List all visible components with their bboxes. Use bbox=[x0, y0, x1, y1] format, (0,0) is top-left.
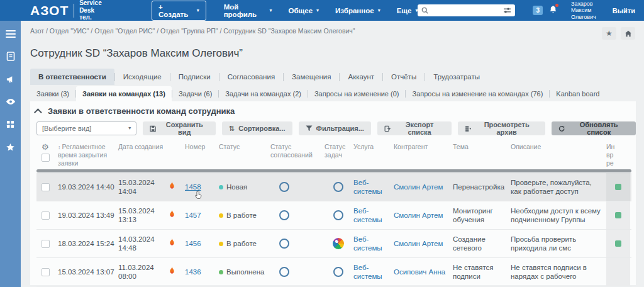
request-number-link[interactable]: 1457 bbox=[185, 211, 201, 219]
page-corner-buttons: ★ bbox=[602, 27, 635, 40]
col-number[interactable]: Номер bbox=[185, 143, 219, 151]
view-select[interactable]: [Выберите вид] ▾ bbox=[36, 121, 136, 135]
sort-button[interactable]: ⇅ Сортировка... bbox=[222, 121, 292, 135]
subtab-kanban-board[interactable]: Kanban board bbox=[550, 86, 606, 101]
azot-logo[interactable]: АЗОТ bbox=[30, 4, 69, 17]
subtab-requests[interactable]: Заявки (3) bbox=[30, 86, 75, 101]
status-dot bbox=[219, 213, 223, 218]
favorites-star-icon[interactable] bbox=[5, 142, 16, 152]
export-list-button[interactable]: Экспорт списка bbox=[377, 121, 452, 135]
topbar-menus: Мой профиль ▾ Общее ▾ Избранное ▾ Еще ▾ bbox=[224, 3, 418, 18]
announcements-icon[interactable] bbox=[5, 74, 16, 84]
tab-approvals[interactable]: Согласования bbox=[219, 69, 283, 85]
tasks-status-cell bbox=[325, 267, 353, 277]
tab-labor-costs[interactable]: Трудозатраты bbox=[425, 69, 488, 85]
filter-button[interactable]: Фильтрация... bbox=[299, 121, 371, 135]
deadline-cell: 15.03.2024 13:07 bbox=[58, 267, 118, 276]
subtab-team-tasks[interactable]: Задачи на командах (2) bbox=[219, 86, 308, 101]
gear-icon[interactable]: ⚙ bbox=[42, 143, 49, 151]
save-view-button[interactable]: Сохранить вид bbox=[143, 121, 216, 135]
eye-icon[interactable] bbox=[5, 96, 16, 107]
col-deadline[interactable]: ↕Регламентное время закрытия заявки bbox=[58, 143, 118, 168]
menu-common[interactable]: Общее ▾ bbox=[289, 3, 319, 18]
row-checkbox[interactable] bbox=[42, 211, 50, 220]
request-number-link[interactable]: 1436 bbox=[185, 268, 201, 276]
logout-button[interactable]: Выйти bbox=[613, 7, 635, 14]
hamburger-menu-icon[interactable] bbox=[5, 28, 16, 39]
col-indicator[interactable]: Ин вр ре bbox=[606, 143, 630, 167]
row-checkbox[interactable] bbox=[42, 183, 50, 191]
col-contractor[interactable]: Контрагент bbox=[394, 143, 453, 151]
notification-count-badge[interactable]: 3 bbox=[533, 6, 543, 15]
sort-arrows-icon[interactable]: ↕ bbox=[58, 144, 61, 150]
subtab-team-change-requests[interactable]: Запросы на изменение на командах (76) bbox=[406, 86, 549, 101]
status-dot bbox=[219, 270, 223, 274]
contractor-link[interactable]: Смолин Артем bbox=[394, 211, 453, 220]
status-dot bbox=[219, 185, 223, 189]
approvals-status-cell bbox=[270, 182, 325, 192]
search-filters-icon[interactable] bbox=[503, 7, 511, 14]
table-row[interactable]: 15.03.2024 13:07 11.03.2024 08:00 1436 В… bbox=[36, 258, 631, 286]
collapse-chevron-icon[interactable] bbox=[34, 108, 42, 116]
search-input[interactable] bbox=[431, 7, 501, 14]
menu-favorites[interactable]: Избранное ▾ bbox=[335, 3, 380, 18]
favorite-star-button[interactable]: ★ bbox=[602, 27, 616, 40]
subtab-tasks[interactable]: Задачи (6) bbox=[172, 86, 218, 101]
horizontal-scrollbar[interactable] bbox=[36, 169, 631, 172]
tasks-status-pie-icon bbox=[333, 238, 344, 249]
row-checkbox[interactable] bbox=[42, 240, 50, 248]
status-label: Выполнена bbox=[226, 267, 265, 276]
apps-grid-icon[interactable] bbox=[5, 119, 16, 130]
auto-refresh-button[interactable]: Обновлять список bbox=[552, 121, 636, 135]
service-link[interactable]: Веб-системы bbox=[353, 235, 394, 253]
service-link[interactable]: Веб-системы bbox=[353, 206, 394, 225]
tab-responsibility[interactable]: В ответственности bbox=[30, 69, 114, 85]
col-tasks-status[interactable]: Статус задач bbox=[325, 143, 353, 159]
table-row[interactable]: 18.03.2024 15:24 14.03.2024 14:48 1456 В… bbox=[36, 230, 631, 258]
sidebar bbox=[0, 21, 21, 287]
tab-subscriptions[interactable]: Подписки bbox=[170, 69, 219, 85]
global-search[interactable] bbox=[418, 4, 515, 16]
menu-my-profile[interactable]: Мой профиль ▾ bbox=[224, 3, 272, 18]
contractor-link[interactable]: Смолин Артем bbox=[394, 239, 453, 248]
chevron-down-icon: ▾ bbox=[378, 8, 380, 13]
contractor-link[interactable]: Осипович Анна bbox=[394, 267, 453, 276]
table-row[interactable]: 19.03.2024 14:40 15.03.2024 14:04 1458 Н… bbox=[36, 173, 631, 201]
subtab-team-requests[interactable]: Заявки на командах (13) bbox=[76, 86, 172, 101]
service-link[interactable]: Веб-системы bbox=[353, 263, 394, 281]
view-archive-button[interactable]: Просмотреть архив bbox=[458, 121, 545, 135]
create-button[interactable]: + Создать ▾ bbox=[152, 1, 206, 21]
tab-outgoing[interactable]: Исходящие bbox=[115, 69, 170, 85]
col-status[interactable]: Статус bbox=[219, 143, 270, 151]
notifications-bell[interactable] bbox=[549, 5, 557, 16]
col-description[interactable]: Описание bbox=[511, 143, 606, 151]
col-service[interactable]: Услуга bbox=[353, 143, 394, 151]
breadcrumb[interactable]: Азот / Отдел "УИС" / Отдел "Отдел РИС" /… bbox=[30, 27, 355, 35]
row-select-cell bbox=[36, 211, 58, 220]
col-theme[interactable]: Тема bbox=[453, 143, 511, 151]
contractor-link[interactable]: Смолин Артем bbox=[394, 183, 453, 191]
number-cell: 1458 bbox=[185, 183, 219, 191]
subtab-change-requests[interactable]: Запросы на изменение (0) bbox=[308, 86, 406, 101]
service-desk-screen: АЗОТ Service Desk тел. + Создать ▾ Мой п… bbox=[0, 0, 644, 287]
home-icon bbox=[625, 30, 632, 37]
select-all-checkbox[interactable] bbox=[42, 154, 50, 162]
col-deadline-label: Регламентное время закрытия заявки bbox=[58, 143, 107, 167]
col-approvals-status[interactable]: Статус согласований bbox=[270, 143, 325, 159]
row-checkbox[interactable] bbox=[42, 268, 50, 276]
star-icon: ★ bbox=[606, 29, 613, 38]
description-cell: Просьба проверить приходила ли смс bbox=[511, 235, 606, 253]
home-button[interactable] bbox=[621, 27, 635, 40]
tab-substitutions[interactable]: Замещения bbox=[284, 69, 339, 85]
refresh-icon bbox=[558, 125, 565, 132]
tab-account[interactable]: Аккаунт bbox=[340, 69, 382, 85]
table-row[interactable]: 19.03.2024 13:49 15.03.2024 13:13 1457 В… bbox=[36, 201, 631, 230]
service-link[interactable]: Веб-системы bbox=[353, 178, 394, 196]
col-created[interactable]: Дата создания bbox=[118, 143, 167, 151]
user-name[interactable]: Захаров Максим Олегович bbox=[571, 1, 596, 20]
documents-icon[interactable] bbox=[5, 51, 16, 62]
logo-group[interactable]: АЗОТ Service Desk тел. bbox=[30, 0, 115, 21]
tab-reports[interactable]: Отчёты bbox=[383, 69, 425, 85]
request-number-link[interactable]: 1456 bbox=[185, 240, 201, 247]
menu-more[interactable]: Еще ▾ bbox=[397, 3, 418, 18]
